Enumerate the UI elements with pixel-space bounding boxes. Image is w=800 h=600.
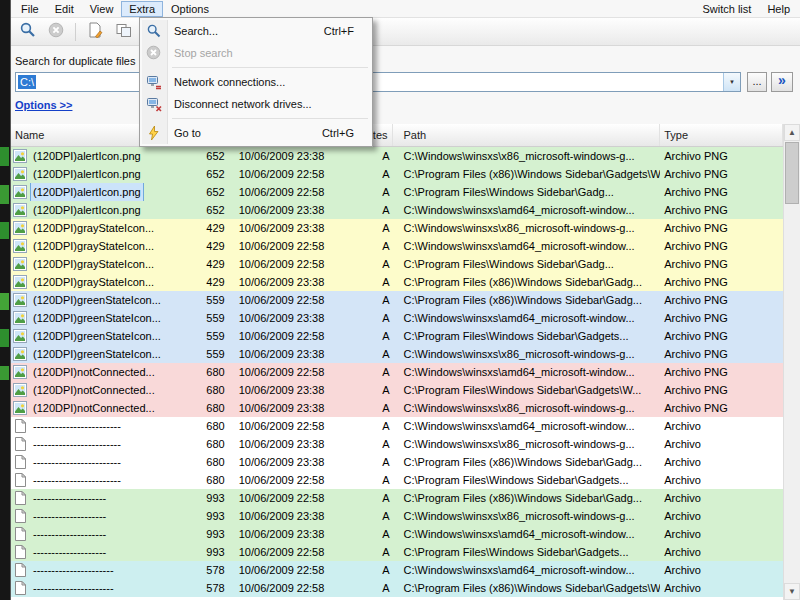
goto-icon — [146, 125, 162, 141]
table-row[interactable]: (120DPI)greenStateIcon...55910/06/2009 2… — [11, 309, 783, 327]
column-header-path[interactable]: Path — [393, 124, 661, 146]
menu-options[interactable]: Options — [163, 1, 217, 17]
file-name: (120DPI)greenStateIcon... — [31, 309, 163, 327]
file-icon — [13, 581, 27, 595]
menu-separator — [172, 118, 368, 119]
file-type: Archivo — [660, 525, 783, 543]
file-size: 429 — [197, 273, 225, 291]
file-date: 10/06/2009 23:38 — [225, 453, 327, 471]
file-path: C:\Windows\winsxs\amd64_microsoft-window… — [393, 201, 661, 219]
file-type: Archivo — [660, 489, 783, 507]
table-row[interactable]: (120DPI)grayStateIcon...42910/06/2009 23… — [11, 219, 783, 237]
table-row[interactable]: (120DPI)grayStateIcon...42910/06/2009 23… — [11, 273, 783, 291]
table-row[interactable]: (120DPI)alertIcon.png65210/06/2009 22:58… — [11, 165, 783, 183]
png-file-icon — [13, 275, 27, 289]
table-row[interactable]: (120DPI)greenStateIcon...55910/06/2009 2… — [11, 345, 783, 363]
file-name: (120DPI)grayStateIcon... — [31, 237, 156, 255]
menu-help[interactable]: Help — [759, 1, 798, 17]
scrollbar-thumb[interactable] — [785, 142, 799, 204]
path-combobox[interactable]: C:\ ▼ — [15, 72, 741, 92]
name-cell: -------------------- — [11, 525, 197, 543]
file-name: ------------------------ — [31, 453, 123, 471]
table-row[interactable]: ------------------------68010/06/2009 23… — [11, 453, 783, 471]
file-size: 680 — [197, 471, 225, 489]
file-date: 10/06/2009 22:58 — [225, 489, 327, 507]
go-button[interactable]: » — [771, 72, 793, 92]
file-name: (120DPI)greenStateIcon... — [31, 345, 163, 363]
desktop-icon-fragment — [0, 185, 9, 204]
table-row[interactable]: (120DPI)greenStateIcon...55910/06/2009 2… — [11, 327, 783, 345]
options-link[interactable]: Options >> — [15, 99, 72, 111]
file-size: 680 — [197, 453, 225, 471]
browse-button[interactable]: ... — [747, 72, 767, 92]
png-file-icon — [13, 401, 27, 415]
name-cell: -------------------- — [11, 507, 197, 525]
table-row[interactable]: ------------------------68010/06/2009 23… — [11, 435, 783, 453]
chevron-down-icon[interactable]: ▼ — [723, 73, 740, 91]
file-path: C:\Program Files (x86)\Windows Sidebar\G… — [393, 291, 661, 309]
file-attributes: A — [327, 309, 393, 327]
png-file-icon — [13, 383, 27, 397]
menu-file[interactable]: File — [13, 1, 47, 17]
scroll-down-arrow-icon[interactable]: ▼ — [784, 583, 800, 600]
menu-switch-list[interactable]: Switch list — [694, 1, 759, 17]
file-name: (120DPI)alertIcon.png — [31, 147, 143, 165]
table-row[interactable]: --------------------99310/06/2009 23:38A… — [11, 525, 783, 543]
table-row[interactable]: (120DPI)notConnected...68010/06/2009 22:… — [11, 363, 783, 381]
table-row[interactable]: --------------------99310/06/2009 22:58A… — [11, 489, 783, 507]
name-cell: ------------------------ — [11, 435, 197, 453]
table-row[interactable]: (120DPI)notConnected...68010/06/2009 23:… — [11, 381, 783, 399]
stop-icon — [48, 22, 64, 42]
file-size: 578 — [197, 561, 225, 579]
screen: File Edit View Extra Options Switch list… — [0, 0, 800, 600]
table-row[interactable]: (120DPI)alertIcon.png65210/06/2009 22:58… — [11, 183, 783, 201]
toolbar-search-button[interactable] — [15, 20, 39, 44]
name-cell: (120DPI)alertIcon.png — [11, 183, 197, 201]
table-row[interactable]: (120DPI)alertIcon.png65210/06/2009 23:38… — [11, 201, 783, 219]
toolbar-copy-button[interactable] — [112, 20, 136, 44]
file-date: 10/06/2009 23:38 — [225, 381, 327, 399]
table-row[interactable]: (120DPI)grayStateIcon...42910/06/2009 22… — [11, 237, 783, 255]
menu-item-label: Network connections... — [174, 76, 285, 88]
file-name: (120DPI)greenStateIcon... — [31, 327, 163, 345]
file-name: -------------------- — [31, 543, 108, 561]
table-header: Name Attributes Path Type — [11, 124, 783, 147]
table-row[interactable]: --------------------99310/06/2009 23:38A… — [11, 507, 783, 525]
menu-extra[interactable]: Extra — [121, 1, 163, 17]
scroll-up-arrow-icon[interactable]: ▲ — [784, 124, 800, 141]
table-row[interactable]: (120DPI)notConnected...68010/06/2009 23:… — [11, 399, 783, 417]
file-path: C:\Windows\winsxs\amd64_microsoft-window… — [393, 237, 661, 255]
menu-item-search[interactable]: Search...Ctrl+F — [140, 20, 372, 42]
png-file-icon — [13, 149, 27, 163]
name-cell: ------------------------ — [11, 471, 197, 489]
file-size: 429 — [197, 255, 225, 273]
table-row[interactable]: ------------------------68010/06/2009 22… — [11, 417, 783, 435]
column-header-type[interactable]: Type — [660, 124, 783, 146]
file-type: Archivo PNG — [660, 291, 783, 309]
table-row[interactable]: (120DPI)grayStateIcon...42910/06/2009 22… — [11, 255, 783, 273]
toolbar — [11, 18, 800, 46]
vertical-scrollbar[interactable]: ▲ ▼ — [783, 124, 800, 600]
table-row[interactable]: (120DPI)greenStateIcon...55910/06/2009 2… — [11, 291, 783, 309]
menu-edit[interactable]: Edit — [47, 1, 82, 17]
file-name: -------------------- — [31, 525, 108, 543]
file-type: Archivo PNG — [660, 201, 783, 219]
file-path: C:\Windows\winsxs\amd64_microsoft-window… — [393, 309, 661, 327]
menu-item-go-to[interactable]: Go toCtrl+G — [140, 122, 372, 144]
table-row[interactable]: ------------------------68010/06/2009 22… — [11, 471, 783, 489]
png-file-icon — [13, 365, 27, 379]
desktop-icon-fragment — [0, 329, 9, 347]
file-date: 10/06/2009 22:58 — [225, 543, 327, 561]
table-row[interactable]: (120DPI)alertIcon.png65210/06/2009 23:38… — [11, 147, 783, 165]
table-row[interactable]: --------------------99310/06/2009 22:58A… — [11, 543, 783, 561]
toolbar-report-button[interactable] — [83, 20, 107, 44]
menu-item-network-connections[interactable]: Network connections... — [140, 71, 372, 93]
file-path: C:\Windows\winsxs\x86_microsoft-windows-… — [393, 219, 661, 237]
table-row[interactable]: ----------------------57810/06/2009 22:5… — [11, 561, 783, 579]
desktop-icon-fragment — [0, 222, 9, 239]
menu-item-disconnect-network-drives[interactable]: Disconnect network drives... — [140, 93, 372, 115]
file-date: 10/06/2009 23:38 — [225, 435, 327, 453]
toolbar-stop-button — [44, 20, 68, 44]
table-row[interactable]: ----------------------57810/06/2009 22:5… — [11, 579, 783, 597]
menu-view[interactable]: View — [82, 1, 122, 17]
